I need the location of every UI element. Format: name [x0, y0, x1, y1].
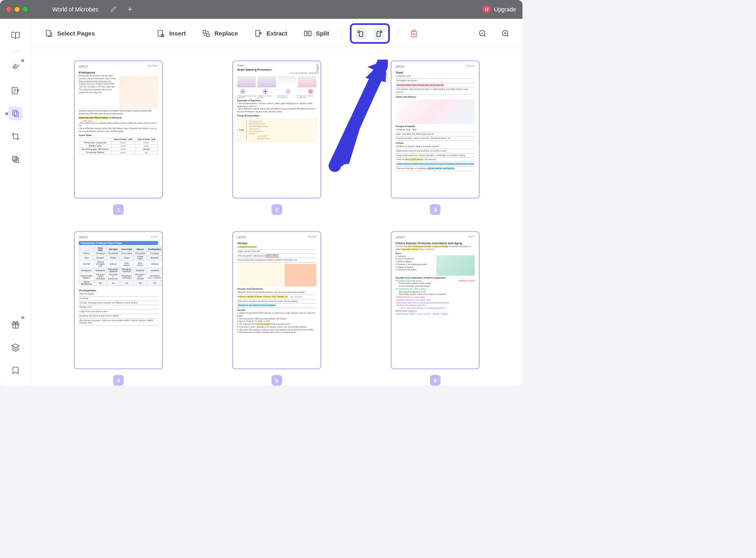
select-pages-icon	[45, 29, 53, 38]
split-button[interactable]: Split	[300, 26, 334, 41]
rotate-right-button[interactable]	[374, 27, 384, 40]
page-number: 3	[430, 204, 440, 215]
tab-title: World of Microbes	[52, 6, 98, 13]
sidebar	[0, 19, 31, 386]
svg-rect-10	[203, 30, 206, 33]
delete-button[interactable]	[407, 26, 421, 41]
insert-label: Insert	[169, 30, 186, 37]
window-close-button[interactable]	[7, 7, 11, 12]
svg-rect-2	[14, 112, 18, 117]
svg-rect-11	[207, 33, 209, 36]
layers-icon[interactable]	[9, 341, 22, 355]
page-thumb-4[interactable]: UPDF ALGAE Characteristics Of Selected P…	[56, 231, 181, 386]
zoom-in-icon	[501, 29, 509, 38]
document-tab[interactable]: World of Microbes	[52, 6, 116, 13]
svg-rect-15	[360, 31, 363, 36]
upgrade-label: Upgrade	[494, 6, 516, 13]
select-pages-label: Select Pages	[57, 30, 95, 37]
crop-icon[interactable]	[9, 129, 22, 143]
page-thumb-2[interactable]: Chapter 1 UPDF Gram Staining Procedure ■…	[214, 60, 340, 215]
bookmark-icon[interactable]	[9, 364, 22, 377]
titlebar: World of Microbes + U Upgrade	[0, 0, 523, 19]
organize-pages-icon[interactable]	[9, 107, 22, 121]
thumbnail-grid: UPDF BACTERIA Endospores Endospores are …	[31, 48, 523, 386]
split-icon	[304, 29, 312, 38]
page-number: 6	[430, 375, 440, 386]
insert-button[interactable]: Insert	[153, 26, 190, 41]
highlighter-icon[interactable]	[9, 61, 22, 75]
zoom-out-button[interactable]	[475, 26, 490, 41]
replace-label: Replace	[214, 30, 238, 37]
svg-rect-1	[13, 110, 16, 116]
svg-rect-13	[304, 31, 307, 36]
page-thumb-1[interactable]: UPDF BACTERIA Endospores Endospores are …	[56, 60, 181, 215]
page-thumb-3[interactable]: UPDF FUNGUS Yeast • Unicellular Fungi • …	[372, 60, 498, 215]
replace-icon	[202, 29, 210, 38]
page-number: 1	[113, 204, 124, 215]
replace-button[interactable]: Replace	[198, 26, 242, 41]
upgrade-button[interactable]: U Upgrade	[483, 5, 516, 13]
page-thumb-5[interactable]: UPDF VIRUSES Viruses • Intracellular par…	[214, 231, 340, 386]
select-pages-button[interactable]: Select Pages	[41, 26, 99, 41]
window-maximize-button[interactable]	[23, 7, 28, 12]
gift-icon[interactable]	[9, 318, 22, 332]
edit-text-icon[interactable]	[9, 84, 22, 98]
new-tab-button[interactable]: +	[128, 5, 133, 14]
rotate-left-button[interactable]	[356, 27, 366, 40]
zoom-in-button[interactable]	[498, 26, 513, 41]
page-number: 4	[113, 375, 124, 386]
extract-icon	[254, 29, 262, 38]
window-minimize-button[interactable]	[15, 7, 20, 12]
page-thumb-6[interactable]: UPDF PRION Prion's Disease Of Human Inhe…	[372, 231, 498, 386]
svg-rect-16	[377, 31, 380, 36]
split-label: Split	[316, 30, 329, 37]
upgrade-badge: U	[483, 5, 491, 13]
traffic-lights	[7, 7, 28, 12]
svg-rect-7	[46, 30, 50, 36]
extract-label: Extract	[267, 30, 287, 37]
svg-rect-14	[309, 31, 311, 36]
rotate-group-highlight	[350, 23, 390, 44]
page-number: 2	[271, 204, 282, 215]
extract-button[interactable]: Extract	[250, 26, 291, 41]
reader-mode-icon[interactable]	[9, 29, 22, 42]
watermark-icon[interactable]	[9, 152, 22, 166]
pencil-icon[interactable]	[111, 6, 116, 13]
zoom-out-icon	[478, 29, 487, 38]
trash-icon	[410, 29, 418, 38]
toolbar: Select Pages Insert Replace Extract	[31, 19, 523, 48]
insert-icon	[157, 29, 165, 38]
page-number: 5	[271, 375, 282, 386]
